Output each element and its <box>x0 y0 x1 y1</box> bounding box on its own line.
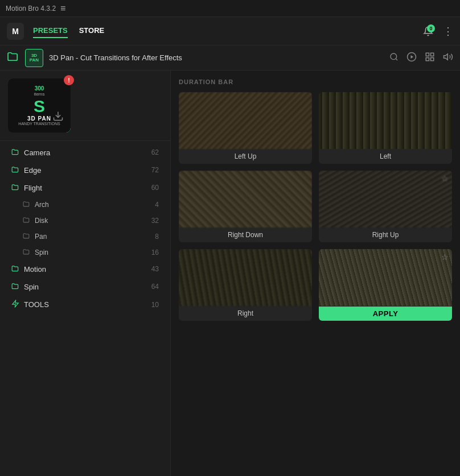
title-menu-icon[interactable]: ≡ <box>60 3 65 14</box>
sidebar-label-arch: Arch <box>35 201 49 209</box>
pack-name: 3D PAN <box>18 115 60 122</box>
preset-card-right-up[interactable]: ☆ Right Up <box>319 171 452 242</box>
nav-tabs: PRESETS STORE <box>33 24 104 38</box>
sidebar-label-pan: Pan <box>35 233 47 241</box>
sidebar-item-camera[interactable]: Camera 62 <box>2 144 168 161</box>
sidebar-item-tools[interactable]: TOOLS 10 <box>2 296 168 313</box>
preset-label-left: Left <box>319 149 452 164</box>
sidebar-item-arch[interactable]: Arch 4 <box>2 197 168 212</box>
preset-thumb-left <box>319 92 452 149</box>
pack-letter: S <box>18 97 60 115</box>
sidebar-label-camera: Camera <box>24 148 50 157</box>
sidebar-count-arch: 4 <box>155 201 159 209</box>
sidebar: 300 items S 3D PAN HANDY TRANSITIONS ! <box>0 71 171 476</box>
sidebar-item-pan[interactable]: Pan 8 <box>2 229 168 244</box>
sidebar-label-disk: Disk <box>35 217 48 225</box>
pack-count: 300 <box>18 85 60 92</box>
sub-folder-icon-arch <box>23 200 30 209</box>
pack-card-inner: 300 items S 3D PAN HANDY TRANSITIONS ! <box>8 78 71 133</box>
preset-thumb-right-down <box>179 171 312 227</box>
preset-thumb-right-up: ☆ <box>319 171 452 227</box>
notif-badge: 0 <box>427 24 435 32</box>
breadcrumb-right <box>389 52 453 64</box>
breadcrumb-title: 3D Pan - Cut Transitions for After Effec… <box>49 53 182 62</box>
preset-thumb-right-apply: ☆ <box>319 249 452 306</box>
folder-icon-edge <box>11 165 19 175</box>
sidebar-count-spin2: 64 <box>151 283 159 291</box>
sidebar-item-edge[interactable]: Edge 72 <box>2 162 168 179</box>
overflow-menu-button[interactable]: ⋮ <box>443 25 453 38</box>
preset-label-right: Right <box>179 306 312 321</box>
pack-thumb-label: 3DPAN <box>30 53 39 63</box>
sidebar-count-flight: 60 <box>151 184 159 192</box>
notification-button[interactable]: 0 <box>420 23 436 39</box>
app-logo: M <box>7 23 24 40</box>
pack-count-label: items <box>18 92 60 97</box>
main-layout: 300 items S 3D PAN HANDY TRANSITIONS ! <box>0 71 460 476</box>
sidebar-item-spin-sub[interactable]: Spin 16 <box>2 245 168 260</box>
title-bar: Motion Bro 4.3.2 ≡ <box>0 0 460 17</box>
sidebar-label-tools: TOOLS <box>24 300 49 309</box>
pack-alert-badge: ! <box>64 75 74 85</box>
svg-rect-4 <box>431 53 434 56</box>
sidebar-count-motion: 43 <box>151 265 159 273</box>
preset-card-right-down[interactable]: Right Down <box>179 171 312 242</box>
content-area: DURATION BAR Left Up Left Right Down ☆ <box>171 71 460 476</box>
star-icon-right-apply[interactable]: ☆ <box>441 253 449 262</box>
preset-thumb-right <box>179 249 312 306</box>
tab-presets[interactable]: PRESETS <box>33 24 68 38</box>
sidebar-label-edge: Edge <box>24 166 41 175</box>
sidebar-count-tools: 10 <box>151 301 159 309</box>
preset-card-right-apply[interactable]: ☆ APPLY <box>319 249 452 321</box>
sidebar-label-motion: Motion <box>24 265 46 274</box>
sidebar-count-edge: 72 <box>151 166 159 174</box>
sidebar-count-spin-sub: 16 <box>151 249 159 256</box>
sidebar-label-spin2: Spin <box>24 283 39 291</box>
sub-folder-icon-spin <box>23 248 30 256</box>
sidebar-label-flight: Flight <box>24 184 42 192</box>
sound-icon[interactable] <box>443 52 453 64</box>
preset-label-right-down: Right Down <box>179 227 312 242</box>
pack-card: 300 items S 3D PAN HANDY TRANSITIONS ! <box>0 71 170 141</box>
breadcrumb-bar: 3DPAN 3D Pan - Cut Transitions for After… <box>0 45 460 71</box>
sidebar-section: Camera 62 Edge 72 <box>0 141 170 316</box>
sidebar-count-pan: 8 <box>155 233 159 241</box>
grid-view-icon[interactable] <box>425 52 435 64</box>
pack-thumbnail: 3DPAN <box>25 49 43 67</box>
svg-rect-6 <box>431 57 434 60</box>
preset-card-left[interactable]: Left <box>319 92 452 164</box>
sidebar-item-disk[interactable]: Disk 32 <box>2 213 168 228</box>
apply-button[interactable]: APPLY <box>319 307 452 321</box>
sidebar-count-disk: 32 <box>151 217 159 225</box>
sidebar-item-spin[interactable]: Spin 64 <box>2 278 168 295</box>
preset-label-left-up: Left Up <box>179 149 312 164</box>
folder-icon-flight <box>11 183 19 192</box>
preset-card-right[interactable]: Right <box>179 249 312 321</box>
preview-icon[interactable] <box>406 52 417 64</box>
breadcrumb-left: 3DPAN 3D Pan - Cut Transitions for After… <box>7 49 182 67</box>
star-icon-right-up[interactable]: ☆ <box>441 174 449 183</box>
preset-card-left-up[interactable]: Left Up <box>179 92 312 164</box>
sidebar-item-flight[interactable]: Flight 60 <box>2 179 168 196</box>
sidebar-label-spin-sub: Spin <box>35 249 48 256</box>
folder-icon-motion <box>11 264 19 274</box>
app-name: Motion Bro 4.3.2 <box>6 5 56 13</box>
presets-grid: Left Up Left Right Down ☆ Right Up <box>179 92 452 321</box>
sub-folder-icon-disk <box>23 216 30 225</box>
preset-thumb-left-up <box>179 92 312 149</box>
svg-marker-2 <box>411 55 414 59</box>
svg-rect-3 <box>426 53 429 56</box>
nav-left: M PRESETS STORE <box>7 23 104 40</box>
folder-icon <box>11 148 19 157</box>
svg-rect-5 <box>426 57 429 60</box>
sub-folder-icon-pan <box>23 232 30 241</box>
search-icon[interactable] <box>389 52 399 64</box>
folder-icon[interactable] <box>7 51 19 64</box>
tools-icon <box>11 300 19 309</box>
section-label: DURATION BAR <box>179 78 452 85</box>
tab-store[interactable]: STORE <box>79 24 105 38</box>
preset-label-right-up: Right Up <box>319 227 452 242</box>
svg-marker-7 <box>444 53 448 60</box>
nav-right: 0 ⋮ <box>420 23 453 39</box>
sidebar-item-motion[interactable]: Motion 43 <box>2 260 168 278</box>
